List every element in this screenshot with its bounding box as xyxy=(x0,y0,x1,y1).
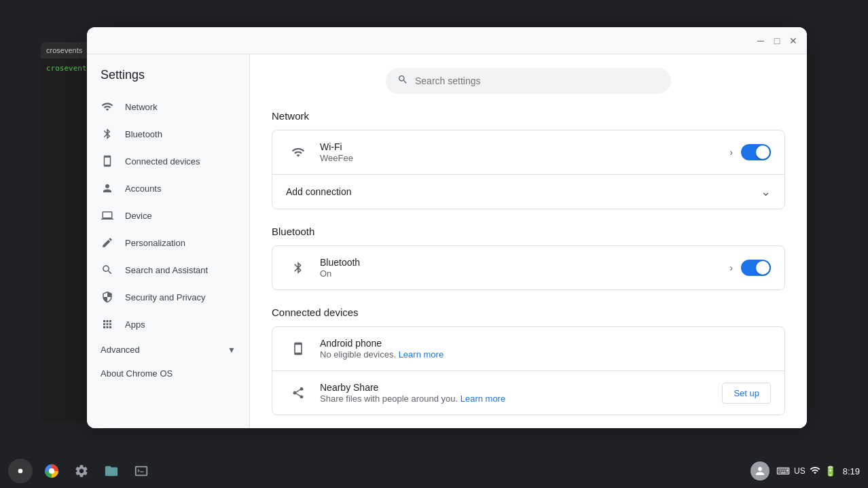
bluetooth-section-title: Bluetooth xyxy=(272,226,785,237)
network-section: Network Wi-Fi WeeFee › xyxy=(272,110,785,209)
wifi-status-icon xyxy=(810,465,820,478)
nearby-share-icon xyxy=(286,381,310,405)
bluetooth-row-actions: › xyxy=(729,260,771,276)
sidebar-item-bluetooth[interactable]: Bluetooth xyxy=(87,120,241,147)
setup-button[interactable]: Set up xyxy=(722,383,771,404)
bluetooth-chevron-icon: › xyxy=(729,262,733,273)
wifi-row-actions: › xyxy=(729,144,771,160)
sidebar-item-personalization[interactable]: Personalization xyxy=(87,229,241,256)
close-button[interactable]: ✕ xyxy=(788,35,799,46)
sidebar-label-connected-devices: Connected devices xyxy=(125,156,200,167)
terminal-title: crosevents xyxy=(46,46,82,54)
wifi-row-text: Wi-Fi WeeFee xyxy=(320,141,729,163)
sidebar-label-bluetooth: Bluetooth xyxy=(125,129,162,139)
sidebar-label-search-assistant: Search and Assistant xyxy=(125,265,208,275)
search-input[interactable] xyxy=(415,75,659,86)
user-avatar[interactable] xyxy=(751,461,770,481)
bluetooth-section: Bluetooth Bluetooth On › xyxy=(272,226,785,290)
apps-icon xyxy=(101,317,114,331)
battery-icon: 🔋 xyxy=(825,466,836,476)
bluetooth-toggle-thumb xyxy=(756,261,770,275)
bluetooth-row-text: Bluetooth On xyxy=(320,257,729,279)
sidebar-advanced[interactable]: Advanced ▼ xyxy=(87,338,249,362)
android-phone-text: Android phone No eligible devices. Learn… xyxy=(320,338,771,360)
wifi-toggle-track xyxy=(741,144,771,160)
search-bar xyxy=(386,68,671,94)
sidebar-about[interactable]: About Chrome OS xyxy=(87,362,249,385)
bluetooth-row[interactable]: Bluetooth On › xyxy=(272,246,784,290)
window-body: Settings Network Bluetooth Connected dev… xyxy=(87,54,807,428)
bluetooth-icon xyxy=(101,127,114,141)
wifi-toggle-thumb xyxy=(756,145,770,159)
main-content: Network Wi-Fi WeeFee › xyxy=(250,54,807,428)
wifi-subtitle: WeeFee xyxy=(320,153,729,163)
taskbar-left xyxy=(8,457,155,485)
connected-devices-section: Connected devices Android phone No eligi… xyxy=(272,307,785,415)
sidebar-label-security-privacy: Security and Privacy xyxy=(125,292,206,302)
wifi-chevron-icon: › xyxy=(729,147,733,158)
nearby-share-actions: Set up xyxy=(722,383,771,404)
sidebar-item-security-privacy[interactable]: Security and Privacy xyxy=(87,283,241,311)
about-label: About Chrome OS xyxy=(101,368,173,379)
sidebar-label-personalization: Personalization xyxy=(125,238,185,248)
sidebar-label-apps: Apps xyxy=(125,319,145,330)
taskbar-settings-app[interactable] xyxy=(68,457,95,485)
search-assistant-icon xyxy=(101,263,114,277)
wifi-row-icon xyxy=(286,140,310,164)
sidebar-item-search-assistant[interactable]: Search and Assistant xyxy=(87,256,241,283)
advanced-label: Advanced xyxy=(101,345,140,355)
connected-devices-section-title: Connected devices xyxy=(272,307,785,318)
sidebar-title: Settings xyxy=(87,63,249,93)
sidebar-item-connected-devices[interactable]: Connected devices xyxy=(87,147,241,175)
keyboard-icon: ⌨ xyxy=(776,466,790,476)
bluetooth-title: Bluetooth xyxy=(320,257,729,268)
sidebar-label-network: Network xyxy=(125,102,158,112)
taskbar-right: ⌨ US 🔋 8:19 xyxy=(751,461,860,481)
network-card: Wi-Fi WeeFee › xyxy=(272,130,785,209)
android-phone-subtitle: No eligible devices. Learn more xyxy=(320,349,771,360)
window-titlebar: ─ □ ✕ xyxy=(87,27,807,54)
bluetooth-toggle-track xyxy=(741,260,771,276)
taskbar-terminal-app[interactable] xyxy=(128,457,155,485)
sidebar-item-accounts[interactable]: Accounts xyxy=(87,175,241,202)
nearby-share-title: Nearby Share xyxy=(320,382,722,393)
android-learn-more-link[interactable]: Learn more xyxy=(399,349,444,360)
search-icon xyxy=(397,74,408,88)
android-phone-row[interactable]: Android phone No eligible devices. Learn… xyxy=(272,327,784,371)
bluetooth-row-icon xyxy=(286,256,310,280)
settings-window: ─ □ ✕ Settings Network Bluetooth xyxy=(87,27,807,428)
bluetooth-subtitle: On xyxy=(320,268,729,279)
add-connection-label: Add connection xyxy=(286,186,352,197)
svg-point-0 xyxy=(18,469,23,474)
wifi-toggle[interactable] xyxy=(741,144,771,160)
advanced-chevron-icon: ▼ xyxy=(228,345,236,355)
bluetooth-toggle[interactable] xyxy=(741,260,771,276)
personalization-icon xyxy=(101,236,114,249)
nearby-share-row[interactable]: Nearby Share Share files with people aro… xyxy=(272,371,784,415)
sidebar-item-device[interactable]: Device xyxy=(87,202,241,229)
device-icon xyxy=(101,209,114,222)
maximize-button[interactable]: □ xyxy=(772,35,782,46)
taskbar: ⌨ US 🔋 8:19 xyxy=(0,454,868,488)
android-phone-title: Android phone xyxy=(320,338,771,349)
sidebar-label-device: Device xyxy=(125,211,152,221)
connected-devices-card: Android phone No eligible devices. Learn… xyxy=(272,326,785,415)
connected-devices-icon xyxy=(101,154,114,168)
add-connection-row[interactable]: Add connection ⌄ xyxy=(272,175,784,209)
wifi-row[interactable]: Wi-Fi WeeFee › xyxy=(272,130,784,175)
minimize-button[interactable]: ─ xyxy=(755,35,766,46)
taskbar-apps xyxy=(38,457,155,485)
wifi-title: Wi-Fi xyxy=(320,141,729,152)
sidebar-label-accounts: Accounts xyxy=(125,184,161,194)
launcher-button[interactable] xyxy=(8,459,33,483)
taskbar-files-app[interactable] xyxy=(98,457,125,485)
taskbar-system-icons: ⌨ US 🔋 xyxy=(776,465,836,478)
sidebar-item-network[interactable]: Network xyxy=(87,93,241,120)
sidebar: Settings Network Bluetooth Connected dev… xyxy=(87,54,250,428)
sidebar-item-apps[interactable]: Apps xyxy=(87,311,241,338)
add-connection-chevron-icon: ⌄ xyxy=(761,184,771,199)
nearby-share-learn-more-link[interactable]: Learn more xyxy=(460,394,505,404)
taskbar-chrome-app[interactable] xyxy=(38,457,65,485)
nearby-share-text: Nearby Share Share files with people aro… xyxy=(320,382,722,404)
nearby-share-subtitle: Share files with people around you. Lear… xyxy=(320,394,722,404)
